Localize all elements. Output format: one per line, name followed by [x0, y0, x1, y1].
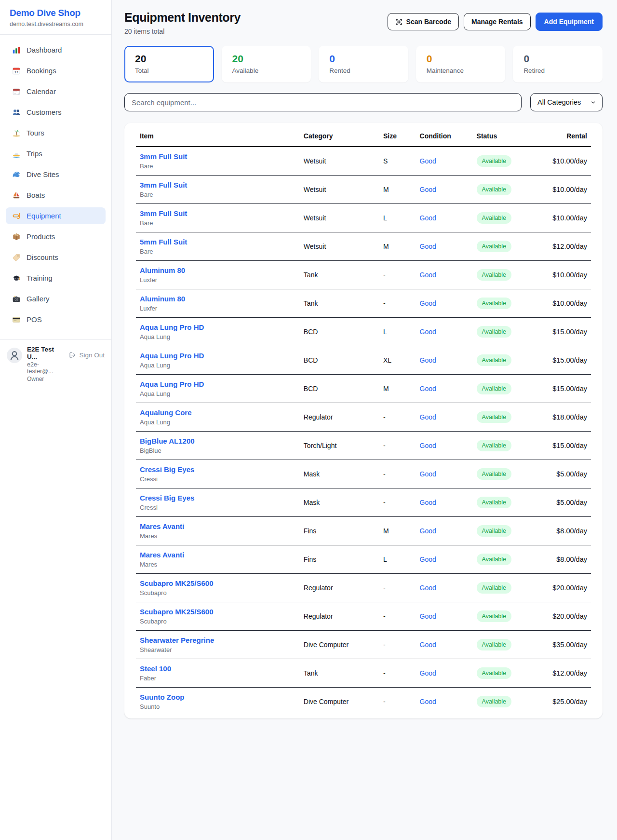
item-name-link[interactable]: Mares Avanti	[140, 522, 296, 530]
status-badge: Available	[477, 212, 512, 224]
table-row[interactable]: Aluminum 80 Luxfer Tank - Good Available…	[136, 289, 591, 318]
item-name-link[interactable]: Aqualung Core	[140, 408, 296, 417]
item-condition-link[interactable]: Good	[420, 527, 436, 535]
item-condition-link[interactable]: Good	[420, 385, 436, 393]
table-row[interactable]: Aqua Lung Pro HD Aqua Lung BCD M Good Av…	[136, 375, 591, 403]
category-select[interactable]: All Categories	[530, 93, 603, 111]
stat-card-available[interactable]: 20 Available	[222, 46, 311, 82]
item-name-link[interactable]: 3mm Full Suit	[140, 209, 296, 217]
table-row[interactable]: Aqua Lung Pro HD Aqua Lung BCD XL Good A…	[136, 346, 591, 375]
table-row[interactable]: 5mm Full Suit Bare Wetsuit M Good Availa…	[136, 232, 591, 261]
item-name-link[interactable]: Mares Avanti	[140, 551, 296, 559]
table-row[interactable]: Steel 100 Faber Tank - Good Available $1…	[136, 659, 591, 688]
table-row[interactable]: 3mm Full Suit Bare Wetsuit M Good Availa…	[136, 176, 591, 204]
item-name-link[interactable]: Aluminum 80	[140, 295, 296, 303]
table-row[interactable]: BigBlue AL1200 BigBlue Torch/Light - Goo…	[136, 432, 591, 460]
status-badge: Available	[477, 497, 512, 508]
table-row[interactable]: 3mm Full Suit Bare Wetsuit L Good Availa…	[136, 204, 591, 232]
brand-name[interactable]: Demo Dive Shop	[10, 8, 102, 18]
sidebar-item-pos[interactable]: POS	[6, 311, 106, 328]
item-condition-link[interactable]: Good	[420, 470, 436, 478]
stat-card-total[interactable]: 20 Total	[124, 46, 214, 82]
item-name-link[interactable]: Aqua Lung Pro HD	[140, 323, 296, 331]
column-header-category[interactable]: Category	[300, 125, 379, 147]
item-name-link[interactable]: Shearwater Peregrine	[140, 636, 296, 644]
table-row[interactable]: Aluminum 80 Luxfer Tank - Good Available…	[136, 261, 591, 289]
item-name-link[interactable]: Aqua Lung Pro HD	[140, 352, 296, 360]
item-name-link[interactable]: Suunto Zoop	[140, 693, 296, 701]
item-name-link[interactable]: BigBlue AL1200	[140, 437, 296, 445]
item-condition-link[interactable]: Good	[420, 157, 436, 165]
sidebar-item-trips[interactable]: Trips	[6, 145, 106, 162]
column-header-rental[interactable]: Rental	[541, 125, 591, 147]
table-row[interactable]: Aqualung Core Aqua Lung Regulator - Good…	[136, 403, 591, 432]
items-total-count: 20 items total	[124, 27, 241, 35]
item-name-link[interactable]: Cressi Big Eyes	[140, 494, 296, 502]
table-row[interactable]: Aqua Lung Pro HD Aqua Lung BCD L Good Av…	[136, 318, 591, 346]
item-name-link[interactable]: Aqua Lung Pro HD	[140, 380, 296, 388]
status-badge: Available	[477, 639, 512, 650]
item-condition-link[interactable]: Good	[420, 442, 436, 449]
scan-barcode-button[interactable]: Scan Barcode	[388, 13, 459, 30]
item-name-link[interactable]: 3mm Full Suit	[140, 152, 296, 161]
sidebar-item-boats[interactable]: Boats	[6, 187, 106, 203]
item-condition-link[interactable]: Good	[420, 612, 436, 620]
sidebar-item-discounts[interactable]: Discounts	[6, 249, 106, 266]
table-row[interactable]: Mares Avanti Mares Fins L Good Available…	[136, 545, 591, 574]
sidebar-item-customers[interactable]: Customers	[6, 104, 106, 121]
sidebar-item-training[interactable]: Training	[6, 270, 106, 286]
item-size: -	[379, 403, 416, 432]
item-brand: Aqua Lung	[140, 362, 296, 369]
stat-card-rented[interactable]: 0 Rented	[319, 46, 408, 82]
sidebar-item-dashboard[interactable]: Dashboard	[6, 41, 106, 58]
item-name-link[interactable]: Steel 100	[140, 664, 296, 673]
manage-rentals-button[interactable]: Manage Rentals	[464, 13, 531, 30]
table-row[interactable]: Suunto Zoop Suunto Dive Computer - Good …	[136, 688, 591, 716]
item-condition-link[interactable]: Good	[420, 243, 436, 250]
item-brand: Aqua Lung	[140, 419, 296, 426]
item-condition-link[interactable]: Good	[420, 584, 436, 592]
column-header-status[interactable]: Status	[473, 125, 541, 147]
item-name-link[interactable]: 3mm Full Suit	[140, 181, 296, 189]
item-condition-link[interactable]: Good	[420, 328, 436, 336]
sidebar-item-tours[interactable]: Tours	[6, 124, 106, 141]
item-condition-link[interactable]: Good	[420, 499, 436, 506]
table-row[interactable]: Shearwater Peregrine Shearwater Dive Com…	[136, 631, 591, 659]
add-equipment-button[interactable]: Add Equipment	[536, 13, 603, 31]
column-header-item[interactable]: Item	[136, 125, 300, 147]
item-condition-link[interactable]: Good	[420, 271, 436, 279]
table-row[interactable]: Cressi Big Eyes Cressi Mask - Good Avail…	[136, 460, 591, 488]
column-header-size[interactable]: Size	[379, 125, 416, 147]
item-condition-link[interactable]: Good	[420, 356, 436, 364]
status-badge: Available	[477, 241, 512, 252]
item-name-link[interactable]: Scubapro MK25/S600	[140, 579, 296, 587]
sidebar-item-dive-sites[interactable]: Dive Sites	[6, 166, 106, 183]
table-row[interactable]: Scubapro MK25/S600 Scubapro Regulator - …	[136, 602, 591, 631]
table-row[interactable]: 3mm Full Suit Bare Wetsuit S Good Availa…	[136, 147, 591, 176]
item-condition-link[interactable]: Good	[420, 186, 436, 193]
sidebar-item-bookings[interactable]: 17 Bookings	[6, 62, 106, 79]
stat-card-retired[interactable]: 0 Retired	[513, 46, 603, 82]
item-name-link[interactable]: Cressi Big Eyes	[140, 465, 296, 474]
item-name-link[interactable]: 5mm Full Suit	[140, 238, 296, 246]
table-row[interactable]: Mares Avanti Mares Fins M Good Available…	[136, 517, 591, 545]
item-condition-link[interactable]: Good	[420, 214, 436, 222]
sidebar-item-products[interactable]: Products	[6, 228, 106, 245]
stat-card-maintenance[interactable]: 0 Maintenance	[416, 46, 506, 82]
item-condition-link[interactable]: Good	[420, 669, 436, 677]
table-row[interactable]: Scubapro MK25/S600 Scubapro Regulator - …	[136, 574, 591, 602]
item-condition-link[interactable]: Good	[420, 413, 436, 421]
sidebar-item-equipment[interactable]: Equipment	[6, 207, 106, 224]
item-condition-link[interactable]: Good	[420, 698, 436, 705]
sign-out-button[interactable]: Sign Out	[69, 352, 105, 359]
sidebar-item-gallery[interactable]: Gallery	[6, 290, 106, 307]
column-header-condition[interactable]: Condition	[416, 125, 473, 147]
item-condition-link[interactable]: Good	[420, 641, 436, 649]
item-name-link[interactable]: Aluminum 80	[140, 266, 296, 274]
table-row[interactable]: Cressi Big Eyes Cressi Mask - Good Avail…	[136, 488, 591, 517]
item-condition-link[interactable]: Good	[420, 555, 436, 563]
item-name-link[interactable]: Scubapro MK25/S600	[140, 608, 296, 616]
item-condition-link[interactable]: Good	[420, 299, 436, 307]
search-input[interactable]	[124, 93, 522, 111]
sidebar-item-calendar[interactable]: Calendar	[6, 83, 106, 100]
